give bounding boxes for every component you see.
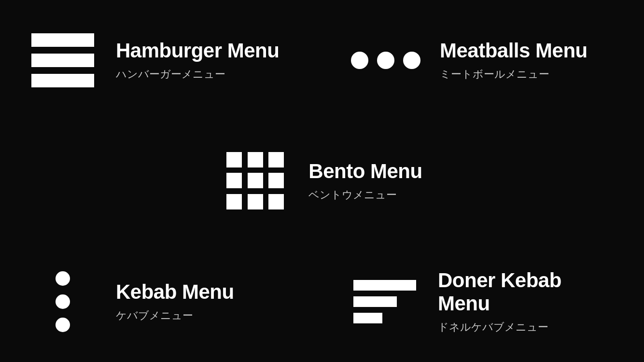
kebab-icon	[29, 271, 97, 332]
hamburger-line-2	[31, 54, 94, 67]
doner-icon	[351, 280, 419, 323]
kebab-subtitle: ケバブメニュー	[116, 308, 234, 323]
hamburger-text: Hamburger Menu ハンバーガーメニュー	[116, 39, 279, 82]
kebab-text: Kebab Menu ケバブメニュー	[116, 280, 234, 323]
hamburger-title: Hamburger Menu	[116, 39, 279, 62]
doner-line-3	[353, 313, 382, 323]
bento-icon	[222, 152, 289, 210]
meatballs-text: Meatballs Menu ミートボールメニュー	[440, 39, 588, 82]
doner-subtitle: ドネルケバブメニュー	[438, 320, 615, 334]
doner-title: Doner Kebab Menu	[438, 269, 615, 315]
bento-subtitle: ベントウメニュー	[308, 188, 422, 202]
meatballs-icon	[351, 52, 420, 69]
doner-line-2	[353, 296, 397, 307]
kebab-dot-2	[56, 294, 70, 309]
kebab-menu-cell: Kebab Menu ケバブメニュー	[0, 241, 322, 362]
kebab-title: Kebab Menu	[116, 280, 234, 304]
doner-line-1	[353, 280, 416, 291]
doner-text: Doner Kebab Menu ドネルケバブメニュー	[438, 269, 615, 334]
meatball-dot-2	[377, 52, 394, 69]
meatballs-subtitle: ミートボールメニュー	[440, 67, 588, 82]
bento-menu-cell: Bento Menu ベントウメニュー	[0, 121, 644, 241]
meatballs-title: Meatballs Menu	[440, 39, 588, 62]
hamburger-line-1	[31, 33, 94, 47]
kebab-dot-1	[56, 271, 70, 286]
hamburger-icon	[29, 33, 97, 87]
hamburger-subtitle: ハンバーガーメニュー	[116, 67, 279, 82]
doner-menu-cell: Doner Kebab Menu ドネルケバブメニュー	[322, 241, 644, 362]
meatballs-menu-cell: Meatballs Menu ミートボールメニュー	[322, 0, 644, 121]
meatball-dot-1	[351, 52, 368, 69]
hamburger-line-3	[31, 74, 94, 87]
bento-text: Bento Menu ベントウメニュー	[308, 160, 422, 202]
meatball-dot-3	[403, 52, 420, 69]
hamburger-menu-cell: Hamburger Menu ハンバーガーメニュー	[0, 0, 322, 121]
bento-title: Bento Menu	[308, 160, 422, 183]
kebab-dot-3	[56, 318, 70, 332]
